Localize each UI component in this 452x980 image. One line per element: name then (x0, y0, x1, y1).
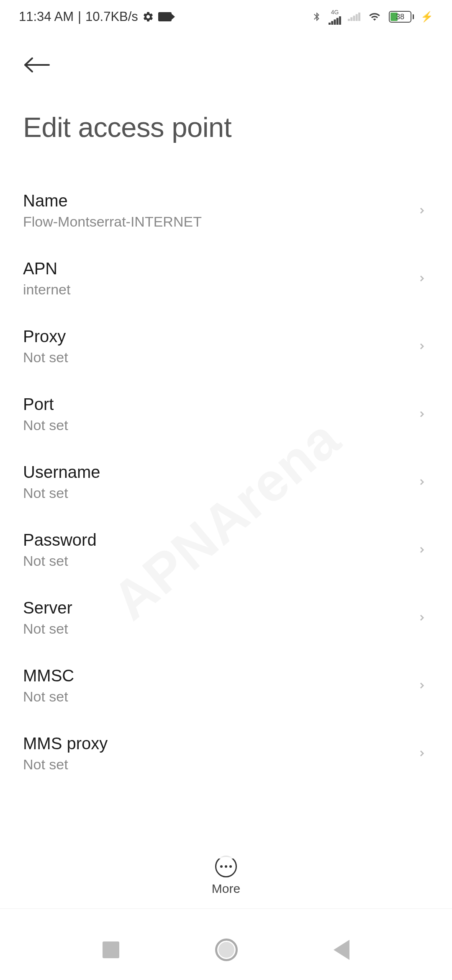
network-type-label: 4G (331, 9, 339, 15)
item-label: Username (23, 463, 100, 482)
chevron-right-icon (417, 613, 427, 623)
arrow-left-icon (23, 57, 51, 73)
more-label: More (212, 882, 240, 896)
item-value: Not set (23, 485, 100, 501)
setting-item-server[interactable]: Server Not set (0, 584, 452, 652)
item-value: Not set (23, 417, 68, 433)
setting-item-proxy[interactable]: Proxy Not set (0, 312, 452, 380)
svg-rect-6 (350, 17, 352, 21)
bottom-action-bar: More (0, 847, 452, 909)
chevron-right-icon (417, 409, 427, 419)
dot-icon (229, 865, 232, 868)
item-value: Not set (23, 621, 72, 637)
item-label: Password (23, 531, 97, 549)
chevron-right-icon (417, 273, 427, 284)
status-data-rate: 10.7KB/s (85, 9, 138, 24)
setting-item-mms-proxy[interactable]: MMS proxy Not set (0, 720, 452, 787)
svg-rect-4 (339, 16, 341, 25)
signal-icon-2: ✕ (348, 12, 360, 21)
nav-recent-button[interactable] (103, 941, 119, 958)
page-title: Edit access point (23, 111, 429, 143)
status-time: 11:34 AM (19, 9, 74, 24)
setting-item-port[interactable]: Port Not set (0, 380, 452, 448)
navigation-bar (0, 919, 452, 980)
battery-indicator: 38 (389, 11, 414, 23)
bluetooth-icon (312, 10, 322, 23)
svg-text:✕: ✕ (360, 18, 361, 21)
charging-icon: ⚡ (421, 11, 433, 23)
svg-rect-7 (353, 16, 355, 21)
chevron-right-icon (417, 341, 427, 351)
signal-icon-1 (329, 16, 341, 25)
item-value: Not set (23, 349, 68, 366)
svg-rect-5 (348, 19, 350, 21)
item-label: Port (23, 395, 68, 414)
gear-icon (142, 11, 154, 23)
setting-item-password[interactable]: Password Not set (0, 516, 452, 584)
dot-icon (225, 865, 227, 868)
status-separator: | (78, 9, 81, 24)
nav-back-button[interactable] (334, 940, 349, 960)
item-value: Not set (23, 553, 97, 569)
setting-item-name[interactable]: Name Flow-Montserrat-INTERNET (0, 177, 452, 245)
settings-list: Name Flow-Montserrat-INTERNET APN intern… (0, 156, 452, 787)
chevron-right-icon (417, 681, 427, 691)
wifi-icon (367, 11, 382, 23)
svg-rect-1 (331, 21, 333, 25)
nav-home-button[interactable] (215, 939, 238, 961)
item-value: Flow-Montserrat-INTERNET (23, 214, 202, 230)
svg-rect-8 (356, 14, 358, 21)
svg-rect-0 (329, 23, 331, 25)
setting-item-username[interactable]: Username Not set (0, 448, 452, 516)
more-button[interactable] (215, 856, 237, 877)
status-bar: 11:34 AM | 10.7KB/s 4G ✕ 38 ⚡ (0, 0, 452, 34)
svg-rect-3 (336, 18, 339, 24)
item-value: Not set (23, 689, 74, 705)
chevron-right-icon (417, 477, 427, 487)
item-value: internet (23, 281, 70, 298)
item-label: Server (23, 598, 72, 617)
chevron-right-icon (417, 545, 427, 555)
item-label: Name (23, 191, 202, 210)
chevron-right-icon (417, 206, 427, 216)
camera-icon (158, 12, 172, 21)
dot-icon (220, 865, 223, 868)
item-label: MMSC (23, 666, 74, 685)
back-button[interactable] (23, 50, 52, 80)
item-value: Not set (23, 756, 108, 773)
item-label: APN (23, 259, 70, 278)
item-label: Proxy (23, 327, 68, 346)
chevron-right-icon (417, 748, 427, 758)
svg-rect-2 (334, 19, 336, 25)
setting-item-mmsc[interactable]: MMSC Not set (0, 652, 452, 720)
item-label: MMS proxy (23, 734, 108, 753)
setting-item-apn[interactable]: APN internet (0, 245, 452, 312)
